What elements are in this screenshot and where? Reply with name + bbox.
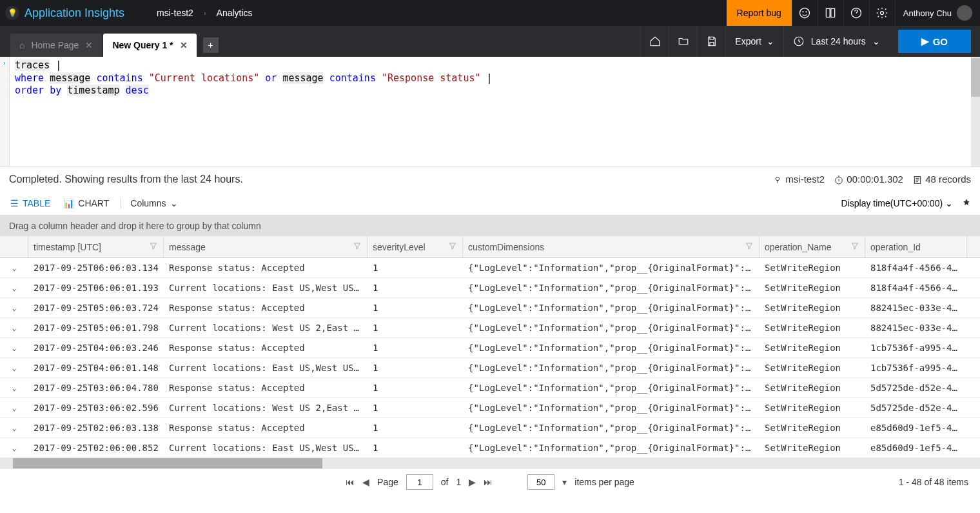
chevron-down-icon: ⌄ (767, 36, 774, 46)
new-tab-button[interactable]: + (203, 37, 219, 53)
cell-message: Response status: Accepted (164, 418, 368, 438)
filter-icon[interactable] (850, 241, 859, 252)
gear-icon[interactable] (869, 0, 895, 26)
page-input[interactable] (406, 474, 433, 490)
group-by-bar[interactable]: Drag a column header and drop it here to… (0, 216, 980, 236)
cell-customdimensions: {"LogLevel":"Information","prop__{Origin… (463, 318, 760, 337)
tab-table[interactable]: ☰TABLE (9, 196, 52, 211)
col-customdimensions[interactable]: customDimensions (463, 236, 760, 257)
record-value: 48 records (925, 174, 971, 185)
next-page-button[interactable]: ▶ (469, 477, 476, 487)
expand-row-button[interactable]: ⌄ (0, 358, 28, 377)
go-label: GO (933, 36, 948, 47)
cell-operation-id: 818f4a4f-4566-449 (865, 278, 967, 297)
page-size-dropdown[interactable]: ▾ (562, 477, 567, 487)
last-page-button[interactable]: ⏭ (484, 477, 493, 487)
vertical-scrollbar[interactable] (971, 57, 980, 166)
cell-message: Current locations: West US 2,East US (164, 318, 368, 337)
display-time-label: Display time(UTC+00:00) (841, 198, 943, 208)
cell-severity: 1 (368, 418, 463, 438)
table-row[interactable]: ⌄2017-09-25T03:06:04.780Response status:… (0, 378, 980, 398)
result-toolbar: ☰TABLE 📊CHART Columns⌄ Display time(UTC+… (0, 192, 980, 216)
chevron-down-icon: ⌄ (872, 36, 880, 46)
col-operation-id[interactable]: operation_Id (865, 236, 967, 257)
tab-query-1[interactable]: New Query 1 * ✕ (103, 34, 196, 57)
col-message[interactable]: message (164, 236, 368, 257)
table-row[interactable]: ⌄2017-09-25T04:06:03.246Response status:… (0, 338, 980, 358)
of-label: of (441, 477, 449, 487)
table-row[interactable]: ⌄2017-09-25T06:06:03.134Response status:… (0, 258, 980, 278)
close-icon[interactable]: ✕ (180, 40, 188, 50)
pin-icon[interactable] (962, 198, 971, 209)
table-row[interactable]: ⌄2017-09-25T03:06:02.596Current location… (0, 398, 980, 418)
breadcrumb-resource[interactable]: msi-test2 (157, 8, 193, 18)
help-icon[interactable] (843, 0, 869, 26)
tab-chart[interactable]: 📊CHART (62, 196, 110, 211)
result-status: Completed. Showing results from the last… (9, 174, 243, 185)
expand-row-button[interactable]: ⌄ (0, 298, 28, 317)
horizontal-scrollbar[interactable] (0, 458, 980, 468)
col-timestamp[interactable]: timestamp [UTC] (28, 236, 164, 257)
report-bug-button[interactable]: Report bug (727, 0, 792, 26)
cell-severity: 1 (368, 298, 463, 317)
book-icon[interactable] (818, 0, 843, 26)
chevron-down-icon: ⌄ (12, 344, 17, 352)
cell-operation-id: 5d5725de-d52e-4be (865, 378, 967, 397)
user-name: Anthony Chu (903, 8, 952, 18)
toolbar: ⌂ Home Page ✕ New Query 1 * ✕ + Export ⌄… (0, 26, 980, 57)
breadcrumb-section[interactable]: Analytics (217, 8, 253, 18)
filter-icon[interactable] (745, 241, 754, 252)
export-button[interactable]: Export ⌄ (725, 26, 783, 57)
expand-row-button[interactable]: ⌄ (0, 318, 28, 337)
tok: timestamp (67, 85, 119, 96)
tok: | (55, 59, 61, 71)
col-severity[interactable]: severityLevel (368, 236, 463, 257)
display-time-picker[interactable]: Display time(UTC+00:00) ⌄ (841, 198, 953, 208)
cell-operation-id: 818f4a4f-4566-449 (865, 258, 967, 277)
expand-row-button[interactable]: ⌄ (0, 278, 28, 297)
table-row[interactable]: ⌄2017-09-25T06:06:01.193Current location… (0, 278, 980, 298)
expand-row-button[interactable]: ⌄ (0, 378, 28, 397)
go-button[interactable]: ▶ GO (898, 30, 971, 53)
expand-row-button[interactable]: ⌄ (0, 438, 28, 458)
chevron-down-icon: ⌄ (170, 198, 178, 208)
columns-button[interactable]: Columns⌄ (121, 198, 177, 208)
resource-indicator: msi-test2 (772, 174, 825, 185)
page-size-input[interactable] (527, 474, 554, 490)
table-header: timestamp [UTC] message severityLevel cu… (0, 236, 980, 258)
col-label: severityLevel (373, 242, 426, 252)
table-row[interactable]: ⌄2017-09-25T02:06:03.138Response status:… (0, 418, 980, 438)
filter-icon[interactable] (149, 241, 158, 252)
cell-operation-id: e85d60d9-1ef5-409 (865, 438, 967, 458)
chevron-down-icon: ⌄ (945, 198, 953, 208)
query-editor[interactable]: traces | where message contains "Current… (10, 57, 971, 166)
user-menu[interactable]: Anthony Chu (895, 0, 980, 26)
feedback-icon[interactable] (792, 0, 818, 26)
home-button[interactable] (640, 26, 669, 57)
filter-icon[interactable] (353, 241, 362, 252)
open-folder-button[interactable] (669, 26, 697, 57)
cell-operation-id: 1cb7536f-a995-41c (865, 338, 967, 357)
table-row[interactable]: ⌄2017-09-25T05:06:01.798Current location… (0, 318, 980, 338)
tok: | (487, 72, 493, 84)
cell-severity: 1 (368, 258, 463, 277)
col-operation-name[interactable]: operation_Name (760, 236, 865, 257)
col-label: timestamp [UTC] (34, 242, 101, 252)
editor-gutter[interactable]: › (0, 57, 10, 166)
expand-row-button[interactable]: ⌄ (0, 258, 28, 277)
save-button[interactable] (697, 26, 725, 57)
expand-row-button[interactable]: ⌄ (0, 338, 28, 357)
tok: where (15, 72, 44, 84)
close-icon[interactable]: ✕ (85, 40, 93, 50)
filter-icon[interactable] (448, 241, 457, 252)
table-row[interactable]: ⌄2017-09-25T04:06:01.148Current location… (0, 358, 980, 378)
table-row[interactable]: ⌄2017-09-25T05:06:03.724Response status:… (0, 298, 980, 318)
chevron-down-icon: ⌄ (12, 284, 17, 292)
first-page-button[interactable]: ⏮ (346, 477, 355, 487)
prev-page-button[interactable]: ◀ (362, 477, 369, 487)
tab-home[interactable]: ⌂ Home Page ✕ (10, 34, 102, 57)
expand-row-button[interactable]: ⌄ (0, 418, 28, 438)
timerange-picker[interactable]: Last 24 hours ⌄ (783, 26, 889, 57)
table-row[interactable]: ⌄2017-09-25T02:06:00.852Current location… (0, 438, 980, 458)
expand-row-button[interactable]: ⌄ (0, 398, 28, 417)
